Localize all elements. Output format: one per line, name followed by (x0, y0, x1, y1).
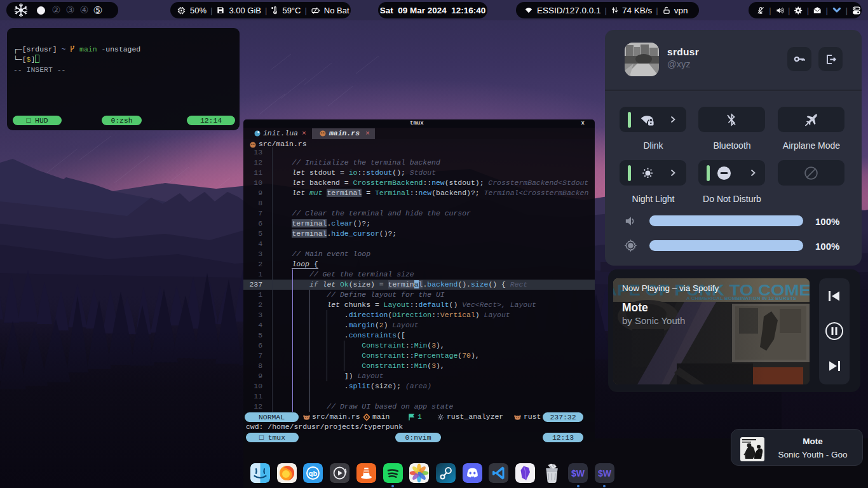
svg-text:qb: qb (309, 470, 318, 477)
svg-text:$W: $W (598, 468, 612, 478)
svg-text:$W: $W (571, 468, 585, 478)
